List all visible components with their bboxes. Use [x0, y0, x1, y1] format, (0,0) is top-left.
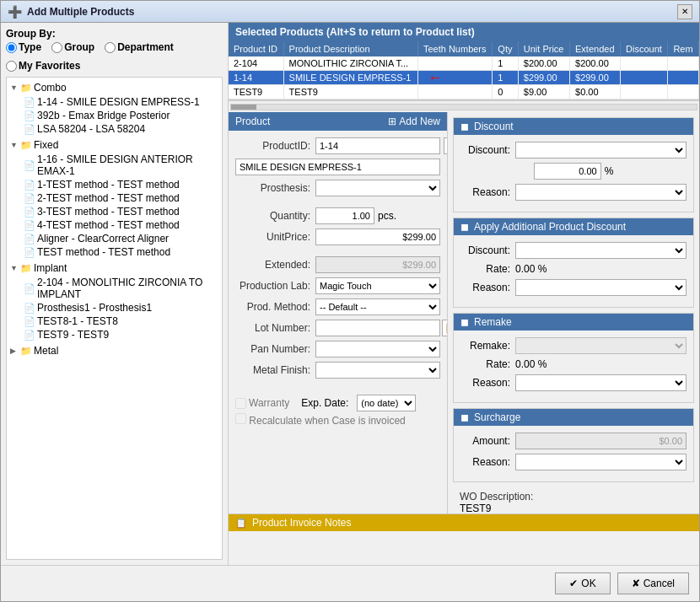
hscroll-thumb[interactable] [231, 105, 256, 110]
radio-myfavorites[interactable]: My Favorites [6, 60, 80, 72]
combo-label: Combo [34, 82, 67, 94]
cell-extended: $299.00 [570, 71, 621, 85]
remake-reason-row: Reason: [460, 374, 687, 391]
extended-input[interactable] [315, 256, 440, 273]
discount-select[interactable] [515, 142, 687, 159]
cancel-button[interactable]: ✘ Cancel [617, 572, 689, 594]
production-lab-select[interactable]: Magic Touch [315, 277, 440, 294]
warranty-checkbox[interactable] [235, 398, 246, 409]
additional-rate-value: 0.00 [515, 263, 535, 275]
tree-node-implant[interactable]: ▼ 📁 Implant 📄 2-104 - MONOLITHIC ZIRCONI… [8, 260, 220, 342]
exp-date-select[interactable]: (no date) [357, 395, 416, 411]
right-panel: Selected Products (Alt+S to return to Pr… [229, 23, 699, 565]
form-body: ProductID: 🔍 Prosthesis: [229, 131, 447, 433]
prosthesis-select[interactable] [315, 180, 440, 196]
product-tree[interactable]: ▼ 📁 Combo 📄 1-14 - SMILE DESIGN EMPRESS-… [6, 77, 223, 560]
leaf-icon: 📄 [24, 193, 35, 204]
exp-date-label: Exp. Date: [301, 397, 348, 409]
radio-group-opt[interactable]: Group [51, 41, 94, 53]
remake-rate-pct: % [538, 358, 547, 370]
table-row-selected[interactable]: 1-14 SMILE DESIGN EMPRESS-1 ← 1 $299.00 … [229, 71, 699, 85]
tree-leaf-prosthesis1[interactable]: 📄 Prosthesis1 - Prosthesis1 [22, 301, 220, 314]
radio-type[interactable]: Type [6, 41, 41, 53]
recalculate-checkbox[interactable] [235, 413, 246, 424]
implant-children: 📄 2-104 - MONOLITHIC ZIRCONIA TO IMPLANT… [8, 276, 220, 341]
remake-reason-select[interactable] [515, 374, 687, 391]
tree-leaf-4-test[interactable]: 📄 4-TEST method - TEST method [22, 218, 220, 232]
remake-rate-label: Rate: [460, 358, 515, 370]
ok-label: OK [581, 578, 595, 589]
discount-reason-select[interactable] [515, 184, 687, 201]
remake-header: ◼ Remake [454, 314, 693, 331]
additional-reason-select[interactable] [515, 279, 687, 296]
radio-group: Type Group Department My Favorites [6, 41, 223, 72]
tree-leaf-1-test[interactable]: 📄 1-TEST method - TEST method [22, 178, 220, 191]
tree-leaf-2-104-implant[interactable]: 📄 2-104 - MONOLITHIC ZIRCONIA TO IMPLANT [22, 276, 220, 301]
leaf-icon: 📄 [24, 110, 35, 121]
product-name-input[interactable] [235, 159, 440, 175]
metal-finish-label: Metal Finish: [235, 364, 315, 376]
warranty-label: Warranty [249, 397, 289, 409]
tree-node-metal[interactable]: ▶ 📁 Metal [8, 342, 220, 359]
discount-header-label: Discount [474, 121, 514, 132]
quantity-label: Quantity: [235, 210, 315, 222]
discount-pct-input[interactable] [534, 163, 601, 180]
extended-row: Extended: [235, 256, 440, 273]
table-row[interactable]: 2-104 MONOLITHIC ZIRCONIA T... 1 $200.00… [229, 56, 699, 71]
tree-node-combo[interactable]: ▼ 📁 Combo 📄 1-14 - SMILE DESIGN EMPRESS-… [8, 79, 220, 137]
cell-description: TEST9 [283, 85, 417, 99]
tree-leaf-1-14-smile[interactable]: 📄 1-14 - SMILE DESIGN EMPRESS-1 [22, 95, 220, 109]
metal-finish-select[interactable] [315, 362, 440, 379]
surcharge-amount-input[interactable] [515, 433, 687, 449]
remake-section: ◼ Remake Remake: Rate: [453, 313, 694, 403]
warranty-checkbox-label[interactable]: Warranty [235, 397, 289, 409]
tree-leaf-test8[interactable]: 📄 TEST8-1 - TEST8 [22, 314, 220, 328]
unit-price-input[interactable] [315, 228, 440, 245]
cell-teeth [417, 71, 492, 85]
add-new-button[interactable]: ⊞ Add New [388, 116, 440, 127]
tree-leaf-3-test[interactable]: 📄 3-TEST method - TEST method [22, 205, 220, 218]
cell-extended: $0.00 [570, 85, 621, 99]
cell-unit-price: $299.00 [518, 71, 569, 85]
tree-leaf-test-method[interactable]: 📄 TEST method - TEST method [22, 245, 220, 259]
tree-leaf-2-test[interactable]: 📄 2-TEST method - TEST method [22, 191, 220, 205]
radio-department[interactable]: Department [105, 41, 174, 53]
additional-rate-pct: % [538, 263, 547, 275]
window-title: Add Multiple Products [27, 6, 134, 18]
col-unit-price: Unit Price [518, 41, 569, 56]
table-row[interactable]: TEST9 TEST9 0 $9.00 $0.00 [229, 85, 699, 99]
pan-number-select[interactable] [315, 341, 440, 357]
surcharge-reason-select[interactable] [515, 454, 687, 470]
leaf-icon: 📄 [24, 330, 35, 341]
ok-button[interactable]: ✔ OK [555, 572, 610, 594]
tree-node-fixed[interactable]: ▼ 📁 Fixed 📄 1-16 - SMILE DESIGN ANTERIOR… [8, 137, 220, 260]
prod-method-select[interactable]: -- Default -- [315, 298, 440, 315]
recalculate-checkbox-label[interactable]: Recalculate when Case is invoiced [235, 413, 406, 427]
col-discount: Discount [621, 41, 668, 56]
quantity-input[interactable] [315, 207, 374, 224]
tree-leaf-lsa[interactable]: 📄 LSA 58204 - LSA 58204 [22, 122, 220, 136]
folder-implant-icon: 📁 [20, 263, 32, 274]
tree-leaf-392b[interactable]: 📄 392b - Emax Bridge Posterior [22, 109, 220, 122]
remake-select[interactable] [515, 337, 687, 354]
folder-metal-icon: 📁 [20, 346, 32, 357]
horizontal-scrollbar[interactable] [229, 100, 699, 112]
close-button[interactable]: ✕ [677, 4, 692, 19]
productid-input[interactable] [315, 137, 440, 154]
expand-implant-icon: ▼ [10, 264, 19, 272]
additional-discount-select[interactable] [515, 242, 687, 259]
lot-number-icon-button[interactable]: 📋 [442, 320, 448, 336]
remake-reason-label: Reason: [460, 377, 515, 389]
surcharge-section: ◼ Surcharge Amount: Reason: [453, 408, 694, 482]
tree-leaf-test9[interactable]: 📄 TEST9 - TEST9 [22, 328, 220, 341]
tree-leaf-aligner[interactable]: 📄 Aligner - ClearCorrect Aligner [22, 232, 220, 245]
tree-leaf-1-16[interactable]: 📄 1-16 - SMILE DESIGN ANTERIOR EMAX-1 [22, 153, 220, 178]
lot-number-input[interactable] [315, 320, 440, 336]
hscroll-track[interactable] [230, 104, 697, 110]
apply-additional-header: ◼ Apply Additional Product Discount [454, 218, 693, 235]
bottom-area: Product ⊞ Add New ProductID: 🔍 [229, 112, 699, 513]
productid-row: ProductID: 🔍 [235, 137, 440, 154]
pan-number-label: Pan Number: [235, 343, 315, 355]
cell-product-id: 2-104 [229, 56, 283, 71]
additional-reason-row: Reason: [460, 279, 687, 296]
